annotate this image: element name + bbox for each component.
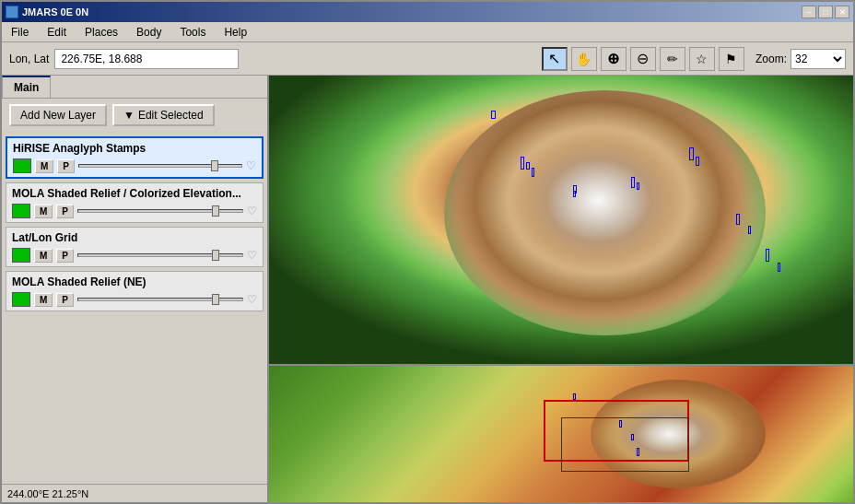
- hirise-stamp: [491, 111, 496, 119]
- hirise-stamp: [736, 214, 740, 225]
- coord-input[interactable]: [54, 49, 239, 69]
- layer-color-swatch[interactable]: [13, 158, 31, 173]
- menu-body[interactable]: Body: [131, 24, 167, 41]
- opacity-slider[interactable]: [78, 164, 242, 168]
- zoom-in-button[interactable]: ⊕: [601, 47, 627, 71]
- add-layer-button[interactable]: Add New Layer: [9, 104, 107, 126]
- layer-controls: M P ♡: [12, 292, 257, 307]
- arrow-icon: ↖: [548, 50, 560, 67]
- hirise-stamp: [766, 249, 769, 262]
- hirise-stamp: [637, 182, 639, 190]
- layer-item[interactable]: MOLA Shaded Relief / Colorized Elevation…: [6, 182, 264, 223]
- panel-toolbar: Add New Layer ▼ Edit Selected: [2, 99, 267, 133]
- layer-color-swatch[interactable]: [12, 248, 30, 263]
- map-area[interactable]: [269, 76, 853, 502]
- hirise-stamp: [748, 226, 751, 234]
- measure-icon: ✏: [667, 52, 678, 66]
- layer-controls: M P ♡: [12, 204, 257, 218]
- crater-main: [444, 90, 766, 335]
- zoom-in-icon: ⊕: [607, 50, 619, 67]
- overview-map[interactable]: [269, 364, 853, 502]
- hirise-stamp-overview: [637, 448, 639, 456]
- menu-file[interactable]: File: [6, 24, 34, 41]
- menu-places[interactable]: Places: [79, 24, 123, 41]
- layer-item[interactable]: HiRISE Anaglyph Stamps M P ♡: [6, 136, 264, 179]
- minimize-button[interactable]: ─: [802, 6, 816, 18]
- hirise-stamp: [526, 162, 530, 170]
- heart-icon: ♡: [247, 249, 257, 262]
- menu-edit[interactable]: Edit: [41, 24, 72, 41]
- main-map[interactable]: [269, 76, 853, 364]
- menu-tools[interactable]: Tools: [174, 24, 211, 41]
- window-title: JMARS 0E 0N: [22, 6, 88, 18]
- menu-bar: File Edit Places Body Tools Help: [2, 22, 853, 42]
- title-bar: JMARS 0E 0N ─ □ ✕: [2, 2, 853, 22]
- coord-label: Lon, Lat: [9, 53, 49, 65]
- dropdown-arrow-icon: ▼: [123, 109, 135, 122]
- overview-inner-rect: [561, 417, 689, 472]
- pan-icon: ✋: [576, 52, 591, 66]
- hirise-stamp: [778, 263, 780, 272]
- star-button[interactable]: ☆: [689, 47, 715, 71]
- left-panel: Main Add New Layer ▼ Edit Selected HiRIS…: [2, 76, 269, 502]
- layer-p-button[interactable]: P: [56, 249, 74, 263]
- hirise-stamp-overview: [631, 434, 634, 440]
- zoom-out-icon: ⊖: [637, 50, 649, 67]
- layer-p-button[interactable]: P: [57, 159, 75, 173]
- layer-controls: M P ♡: [12, 248, 257, 263]
- arrow-tool-button[interactable]: ↖: [542, 47, 568, 71]
- zoom-label: Zoom:: [755, 53, 787, 65]
- menu-help[interactable]: Help: [218, 24, 252, 41]
- status-coords: 244.00°E 21.25°N: [7, 488, 88, 499]
- tab-bar: Main: [2, 76, 267, 99]
- hirise-stamp: [521, 157, 524, 170]
- flag-icon: ⚑: [725, 52, 737, 66]
- star-icon: ☆: [696, 52, 708, 66]
- main-window: JMARS 0E 0N ─ □ ✕ File Edit Places Body …: [0, 0, 855, 504]
- title-bar-buttons: ─ □ ✕: [802, 6, 849, 18]
- title-bar-left: JMARS 0E 0N: [6, 6, 88, 18]
- layer-name: MOLA Shaded Relief / Colorized Elevation…: [12, 187, 257, 200]
- app-icon: [6, 6, 18, 18]
- heart-icon: ♡: [246, 159, 256, 172]
- hirise-stamp: [532, 168, 534, 177]
- tab-main[interactable]: Main: [2, 76, 51, 98]
- layer-color-swatch[interactable]: [12, 292, 30, 307]
- opacity-slider[interactable]: [77, 298, 243, 301]
- layer-item[interactable]: MOLA Shaded Relief (NE) M P ♡: [6, 271, 264, 311]
- layer-p-button[interactable]: P: [56, 293, 74, 307]
- measure-button[interactable]: ✏: [660, 47, 685, 71]
- layer-name: HiRISE Anaglyph Stamps: [13, 142, 256, 155]
- status-bar: 244.00°E 21.25°N: [2, 484, 267, 502]
- layer-m-button[interactable]: M: [34, 249, 53, 263]
- pan-tool-button[interactable]: ✋: [571, 47, 597, 71]
- layer-m-button[interactable]: M: [35, 159, 53, 173]
- maximize-button[interactable]: □: [818, 6, 833, 18]
- hirise-stamp-overview: [619, 420, 622, 428]
- heart-icon: ♡: [247, 293, 257, 306]
- layer-name: Lat/Lon Grid: [12, 231, 257, 244]
- layer-m-button[interactable]: M: [34, 293, 53, 307]
- zoom-select[interactable]: 32 16 8 64 128: [791, 49, 846, 69]
- layer-item[interactable]: Lat/Lon Grid M P ♡: [6, 227, 264, 267]
- opacity-slider[interactable]: [77, 253, 243, 257]
- opacity-slider[interactable]: [77, 209, 243, 213]
- close-button[interactable]: ✕: [835, 6, 849, 18]
- heart-icon: ♡: [247, 205, 257, 217]
- edit-selected-label: Edit Selected: [138, 109, 204, 122]
- edit-selected-button[interactable]: ▼ Edit Selected: [112, 104, 215, 126]
- layer-color-swatch[interactable]: [12, 204, 30, 218]
- layer-p-button[interactable]: P: [56, 205, 74, 218]
- hirise-stamp: [573, 191, 576, 197]
- flag-button[interactable]: ⚑: [719, 47, 744, 71]
- zoom-out-button[interactable]: ⊖: [630, 47, 656, 71]
- main-content: Main Add New Layer ▼ Edit Selected HiRIS…: [2, 76, 853, 502]
- layer-controls: M P ♡: [13, 158, 256, 173]
- toolbar: Lon, Lat ↖ ✋ ⊕ ⊖ ✏ ☆ ⚑ Zoom: 32 16 8 64: [2, 42, 853, 76]
- layer-list: HiRISE Anaglyph Stamps M P ♡ MOLA Shaded…: [2, 133, 267, 484]
- hirise-stamp-overview: [573, 393, 576, 400]
- hirise-stamp: [631, 177, 635, 188]
- hirise-stamp: [696, 157, 699, 166]
- layer-name: MOLA Shaded Relief (NE): [12, 275, 257, 288]
- layer-m-button[interactable]: M: [34, 205, 53, 218]
